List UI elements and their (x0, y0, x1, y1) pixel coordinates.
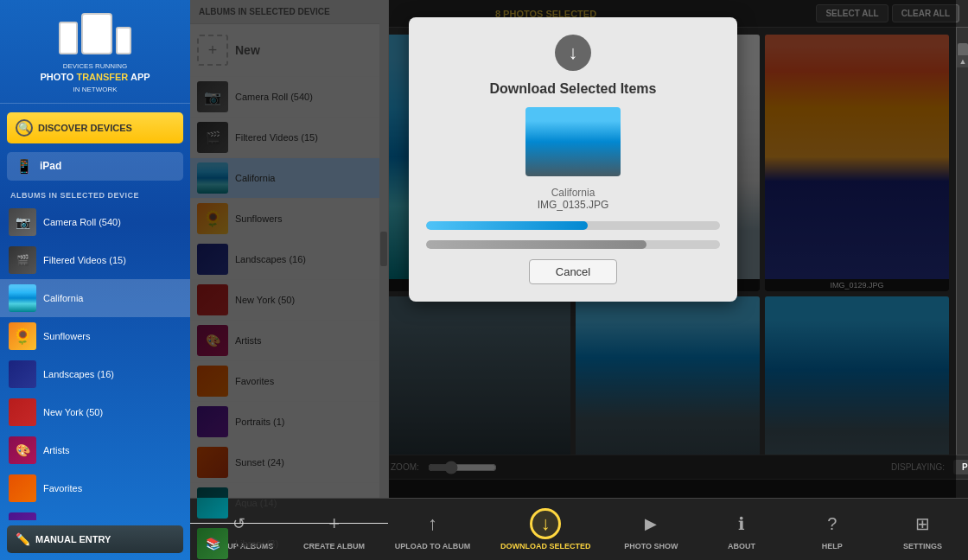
photo-show-label: PHOTO SHOW (624, 542, 678, 550)
album-name-california: California (43, 293, 83, 303)
search-circle-icon: 🔍 (16, 119, 33, 137)
manual-entry-button[interactable]: ✏️ MANUAL ENTRY (7, 525, 183, 553)
edit-icon: ✏️ (16, 532, 30, 546)
album-thumb-california (9, 284, 36, 312)
album-thumb-camera: 📷 (9, 208, 36, 236)
help-icon: ? (817, 508, 848, 539)
cancel-button[interactable]: Cancel (529, 259, 617, 284)
help-label: HELP (822, 542, 843, 550)
album-name-newyork: New York (50) (43, 407, 103, 417)
ipad-icon: 📱 (16, 158, 33, 175)
album-name-landscapes: Landscapes (16) (43, 369, 114, 379)
toolbar-about[interactable]: ℹ ABOUT (711, 508, 772, 550)
album-name-filter: Filtered Videos (15) (43, 255, 126, 265)
album-name-camera: Camera Roll (540) (43, 217, 121, 227)
album-name-sunflowers: Sunflowers (43, 331, 90, 341)
discover-label: DISCOVER DEVICES (38, 123, 132, 133)
toolbar-photo-show[interactable]: ▶ PHOTO SHOW (621, 508, 681, 550)
panel-album-library[interactable]: 📚 Library (3) (190, 524, 388, 560)
settings-label: SETTINGS (903, 542, 942, 550)
manual-entry-label: MANUAL ENTRY (35, 534, 111, 544)
modal-title: Download Selected Items (490, 81, 657, 97)
album-thumb-artists: 🎨 (9, 436, 36, 464)
progress-bar-1 (426, 221, 588, 230)
logo-phone-icon (59, 22, 78, 54)
toolbar-download-selected[interactable]: ↓ DOWNLOAD SELECTED (500, 508, 591, 550)
logo-tablet-icon (81, 13, 112, 54)
toolbar-help[interactable]: ? HELP (802, 508, 863, 550)
panel-thumb-library: 📚 (197, 528, 228, 559)
modal-overlay: ↓ Download Selected Items California IMG… (190, 0, 956, 498)
modal-folder: California (538, 187, 609, 199)
modal-preview (525, 107, 621, 176)
panel-album-name-aqua: Aqua (14) (235, 498, 277, 508)
about-icon: ℹ (726, 508, 757, 539)
logo-text: DEVICES RUNNING PHOTO TRANSFER APP IN NE… (9, 61, 182, 94)
logo-devices (9, 13, 182, 54)
album-thumb-filter: 🎬 (9, 246, 36, 274)
album-list: 📷 Camera Roll (540) 🎬 Filtered Videos (1… (0, 203, 190, 520)
sidebar: DEVICES RUNNING PHOTO TRANSFER APP IN NE… (0, 0, 190, 560)
album-name-artists: Artists (43, 445, 70, 455)
sidebar-logo: DEVICES RUNNING PHOTO TRANSFER APP IN NE… (0, 0, 190, 104)
album-item-landscapes[interactable]: Landscapes (16) (0, 355, 190, 393)
album-item-favorites[interactable]: Favorites (0, 469, 190, 507)
modal-filename: California IMG_0135.JPG (538, 187, 609, 211)
toolbar-upload-to-album[interactable]: ↑ UPLOAD TO ALBUM (395, 508, 471, 550)
album-item-sunflowers[interactable]: 🌻 Sunflowers (0, 317, 190, 355)
album-thumb-favorites (9, 474, 36, 502)
progress-bar-container-1 (426, 221, 720, 230)
album-name-favorites: Favorites (43, 483, 82, 493)
album-item-california[interactable]: California (0, 279, 190, 317)
ipad-device-item[interactable]: 📱 iPad (7, 152, 183, 181)
albums-section-label: ALBUMS IN SELECTED DEVICE (0, 188, 190, 203)
modal-preview-image (525, 107, 621, 176)
download-modal: ↓ Download Selected Items California IMG… (409, 17, 737, 302)
logo-line2: PHOTO TRANSFER APP (9, 71, 182, 84)
about-label: ABOUT (728, 542, 755, 550)
discover-devices-button[interactable]: 🔍 DISCOVER DEVICES (7, 112, 183, 143)
toolbar-settings[interactable]: ⊞ SETTINGS (893, 508, 953, 550)
scroll-arrow-up[interactable]: ▲ (957, 55, 968, 67)
logo-line1: DEVICES RUNNING (9, 61, 182, 71)
album-item-artists[interactable]: 🎨 Artists (0, 431, 190, 469)
download-selected-icon: ↓ (530, 508, 561, 539)
logo-line3: IN NETWORK (9, 85, 182, 94)
modal-download-icon: ↓ (555, 35, 591, 71)
album-thumb-sunflowers: 🌻 (9, 322, 36, 350)
album-item-portraits[interactable]: Portraits (1) (0, 507, 190, 520)
ipad-label: iPad (40, 160, 61, 172)
album-item-filter[interactable]: 🎬 Filtered Videos (15) (0, 241, 190, 279)
panel-album-name-library: Library (3) (235, 538, 278, 549)
upload-album-label: UPLOAD TO ALBUM (395, 542, 471, 550)
album-thumb-portraits (9, 512, 36, 520)
download-selected-label: DOWNLOAD SELECTED (500, 542, 591, 550)
scroll-track[interactable]: ▲ ▼ (956, 28, 968, 494)
album-item-camera[interactable]: 📷 Camera Roll (540) (0, 203, 190, 241)
logo-phone-sm-icon (116, 27, 131, 54)
settings-icon: ⊞ (908, 508, 939, 539)
album-thumb-landscapes (9, 360, 36, 388)
photo-show-icon: ▶ (635, 508, 666, 539)
progress-bar-2 (426, 240, 646, 249)
progress-bar-container-2 (426, 240, 720, 249)
modal-file: IMG_0135.JPG (538, 199, 609, 211)
album-item-newyork[interactable]: New York (50) (0, 393, 190, 431)
upload-album-icon: ↑ (417, 508, 449, 539)
album-thumb-newyork (9, 398, 36, 426)
